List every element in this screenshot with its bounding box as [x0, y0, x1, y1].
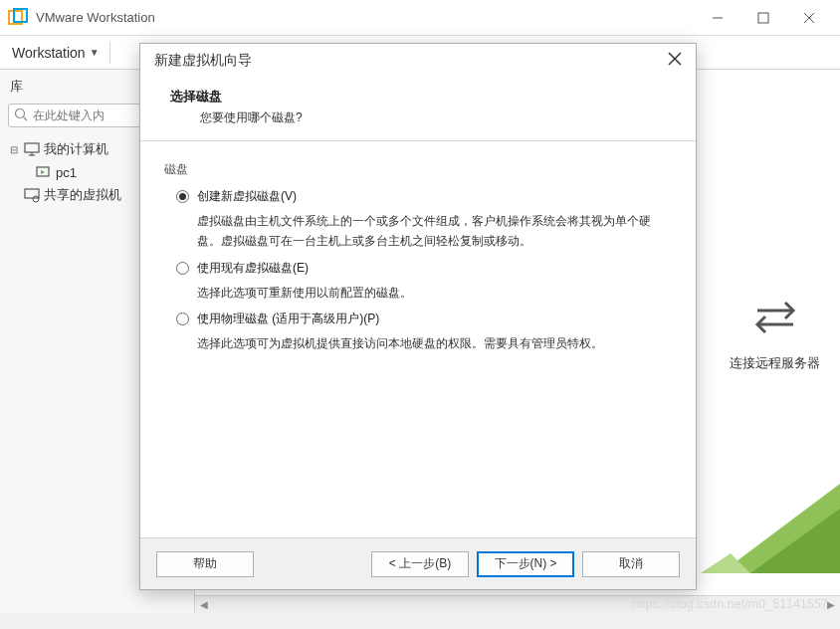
svg-marker-12 — [41, 170, 45, 174]
shared-vm-icon — [24, 187, 40, 203]
radio-description: 选择此选项可重新使用以前配置的磁盘。 — [197, 283, 672, 303]
radio-description: 选择此选项可为虚拟机提供直接访问本地硬盘的权限。需要具有管理员特权。 — [197, 333, 672, 353]
remote-server-tile[interactable]: 连接远程服务器 — [730, 289, 820, 372]
wizard-body: 磁盘 创建新虚拟磁盘(V) 虚拟磁盘由主机文件系统上的一个或多个文件组成，客户机… — [140, 141, 696, 537]
computer-icon — [24, 141, 40, 157]
cancel-button[interactable]: 取消 — [582, 551, 680, 577]
back-button[interactable]: < 上一步(B) — [371, 551, 469, 577]
window-controls — [695, 0, 832, 36]
svg-line-7 — [24, 117, 28, 121]
disk-group-label: 磁盘 — [164, 161, 672, 178]
radio-option-physical[interactable]: 使用物理磁盘 (适用于高级用户)(P) 选择此选项可为虚拟机提供直接访问本地硬盘… — [176, 311, 672, 353]
next-button[interactable]: 下一步(N) > — [477, 551, 574, 577]
new-vm-wizard-dialog: 新建虚拟机向导 选择磁盘 您要使用哪个磁盘? 磁盘 创建新虚拟磁盘(V) 虚拟磁… — [139, 43, 697, 590]
search-icon — [14, 107, 28, 121]
wizard-footer: 帮助 < 上一步(B) 下一步(N) > 取消 — [140, 537, 696, 589]
radio-icon[interactable] — [176, 313, 189, 325]
wizard-title: 新建虚拟机向导 — [154, 52, 252, 70]
svg-point-14 — [33, 196, 39, 202]
close-icon[interactable] — [786, 0, 832, 36]
workstation-menu-label: Workstation — [12, 45, 86, 61]
workstation-menu[interactable]: Workstation ▼ — [12, 45, 100, 61]
main-window-title: VMware Workstation — [36, 10, 695, 25]
svg-rect-8 — [25, 143, 39, 152]
watermark: https://blog.csdn.net/m0_51141557 — [632, 597, 828, 611]
collapse-icon[interactable]: ⊟ — [10, 144, 22, 155]
decorative-corner — [701, 464, 840, 577]
vm-icon — [36, 164, 52, 180]
radio-option-create-new[interactable]: 创建新虚拟磁盘(V) 虚拟磁盘由主机文件系统上的一个或多个文件组成，客户机操作系… — [176, 188, 672, 252]
help-button[interactable]: 帮助 — [156, 551, 254, 577]
maximize-icon[interactable] — [740, 0, 786, 36]
scroll-left-icon[interactable]: ◀ — [195, 596, 213, 613]
tree-item-label: 共享的虚拟机 — [44, 186, 121, 204]
menubar-separator — [109, 42, 110, 64]
radio-icon[interactable] — [176, 262, 189, 275]
radio-description: 虚拟磁盘由主机文件系统上的一个或多个文件组成，客户机操作系统会将其视为单个硬盘。… — [197, 211, 672, 252]
close-icon[interactable] — [668, 52, 682, 70]
radio-icon[interactable] — [176, 190, 189, 203]
tree-item-label: 我的计算机 — [44, 140, 108, 158]
svg-rect-3 — [758, 13, 768, 23]
radio-label: 使用现有虚拟磁盘(E) — [197, 260, 309, 277]
chevron-down-icon: ▼ — [90, 47, 100, 58]
connect-remote-icon — [747, 289, 803, 344]
radio-option-use-existing[interactable]: 使用现有虚拟磁盘(E) 选择此选项可重新使用以前配置的磁盘。 — [176, 260, 672, 303]
wizard-titlebar: 新建虚拟机向导 — [140, 44, 696, 78]
wizard-step-subtitle: 您要使用哪个磁盘? — [160, 109, 676, 126]
radio-label: 使用物理磁盘 (适用于高级用户)(P) — [197, 311, 379, 327]
main-titlebar: VMware Workstation — [0, 0, 840, 36]
vmware-logo-icon — [8, 8, 28, 28]
remote-server-label: 连接远程服务器 — [730, 354, 820, 372]
radio-label: 创建新虚拟磁盘(V) — [197, 188, 297, 205]
svg-point-6 — [16, 109, 25, 118]
tree-item-label: pc1 — [56, 165, 77, 180]
wizard-step-title: 选择磁盘 — [160, 88, 676, 105]
wizard-header: 选择磁盘 您要使用哪个磁盘? — [140, 78, 696, 141]
minimize-icon[interactable] — [695, 0, 740, 36]
